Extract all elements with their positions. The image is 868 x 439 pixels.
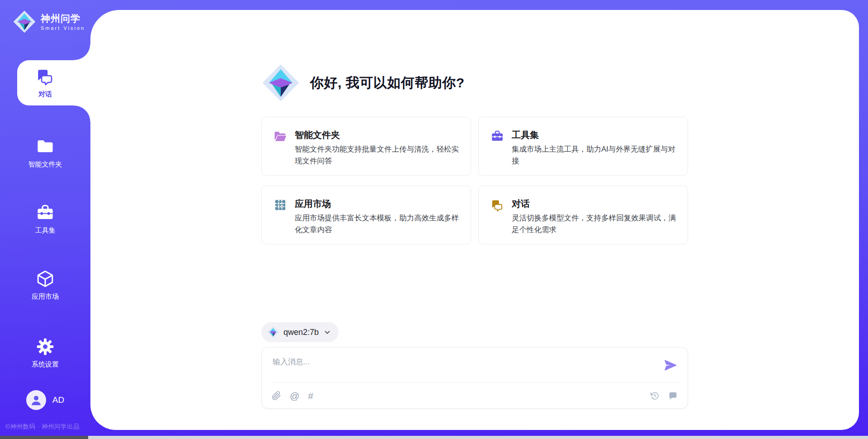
- composer-area: qwen2:7b: [261, 322, 688, 430]
- send-icon: [664, 358, 677, 372]
- toolbox-icon: [36, 203, 55, 222]
- sidebar-item-label: 工具集: [35, 226, 56, 235]
- composer-toolbar: @ #: [262, 383, 688, 408]
- app-logo-icon: [267, 326, 279, 338]
- card-title: 应用市场: [295, 197, 459, 210]
- main-panel: 你好, 我可以如何帮助你? 智能文件夹 智能文件夹功能支持批量文件上传与清洗，轻…: [90, 10, 859, 430]
- app-logo-icon: [13, 10, 36, 33]
- user-profile[interactable]: AD: [0, 390, 90, 410]
- grid-icon: [274, 198, 287, 212]
- card-title: 智能文件夹: [295, 128, 459, 142]
- chevron-down-icon: [323, 328, 331, 336]
- feature-card-chat[interactable]: 对话 灵活切换多模型文件，支持多样回复效果调试，满足个性化需求: [478, 186, 688, 244]
- brand-name: 神州问学: [41, 13, 85, 24]
- chat-bubbles-icon: [491, 198, 504, 212]
- sidebar-item-toolset[interactable]: 工具集: [0, 196, 90, 242]
- sidebar-item-chat[interactable]: 对话: [0, 60, 90, 105]
- user-initials: AD: [52, 395, 64, 405]
- feature-cards: 智能文件夹 智能文件夹功能支持批量文件上传与清洗，轻松实现文件问答 工具集: [261, 117, 688, 244]
- sidebar: 神州问学 Smart Vision 对话 智能文件夹: [0, 0, 90, 439]
- card-desc: 灵活切换多模型文件，支持多样回复效果调试，满足个性化需求: [512, 212, 676, 235]
- sidebar-item-label: 系统设置: [32, 360, 59, 369]
- greeting: 你好, 我可以如何帮助你?: [261, 63, 688, 102]
- cube-icon: [36, 269, 55, 288]
- sidebar-item-label: 对话: [38, 90, 52, 99]
- quick-phrase-icon[interactable]: [668, 391, 678, 401]
- message-composer: @ #: [261, 347, 688, 409]
- gear-icon: [36, 337, 55, 356]
- card-title: 工具集: [512, 128, 676, 142]
- app-logo-icon: [261, 63, 300, 102]
- brand: 神州问学 Smart Vision: [0, 0, 90, 33]
- mention-icon[interactable]: @: [290, 391, 299, 401]
- horizontal-scrollbar: [0, 436, 868, 439]
- sidebar-item-app-market[interactable]: 应用市场: [0, 262, 90, 308]
- sidebar-item-label: 智能文件夹: [28, 160, 62, 169]
- sidebar-item-smart-folder[interactable]: 智能文件夹: [0, 130, 90, 176]
- card-title: 对话: [512, 197, 676, 210]
- feature-card-app-market[interactable]: 应用市场 应用市场提供丰富长文本模板，助力高效生成多样化文章内容: [261, 186, 471, 244]
- brand-subtitle: Smart Vision: [41, 25, 85, 31]
- attachment-icon[interactable]: [272, 391, 281, 401]
- card-desc: 集成市场上主流工具，助力AI与外界无缝扩展与对接: [512, 143, 676, 167]
- scrollbar-thumb[interactable]: [0, 436, 88, 439]
- folder-open-icon: [274, 129, 287, 143]
- hashtag-icon[interactable]: #: [308, 391, 313, 401]
- copyright-text: ©神州数码 · 神州问学出品: [5, 423, 91, 431]
- card-desc: 应用市场提供丰富长文本模板，助力高效生成多样化文章内容: [295, 212, 459, 235]
- message-input[interactable]: [262, 348, 688, 382]
- greeting-title: 你好, 我可以如何帮助你?: [310, 74, 465, 92]
- feature-card-toolset[interactable]: 工具集 集成市场上主流工具，助力AI与外界无缝扩展与对接: [478, 117, 688, 176]
- sidebar-item-settings[interactable]: 系统设置: [0, 330, 90, 376]
- model-selector[interactable]: qwen2:7b: [261, 322, 339, 342]
- toolbox-icon: [491, 129, 504, 143]
- person-icon: [29, 393, 43, 407]
- history-icon[interactable]: [650, 391, 660, 401]
- model-selector-label: qwen2:7b: [283, 328, 319, 337]
- card-desc: 智能文件夹功能支持批量文件上传与清洗，轻松实现文件问答: [295, 143, 459, 167]
- sidebar-item-label: 应用市场: [32, 292, 59, 301]
- folder-icon: [36, 137, 55, 156]
- composer-toolbar-right: [650, 391, 678, 401]
- feature-card-smart-folder[interactable]: 智能文件夹 智能文件夹功能支持批量文件上传与清洗，轻松实现文件问答: [261, 117, 471, 176]
- send-button[interactable]: [663, 358, 678, 373]
- avatar: [26, 390, 46, 410]
- chat-bubbles-icon: [36, 67, 55, 86]
